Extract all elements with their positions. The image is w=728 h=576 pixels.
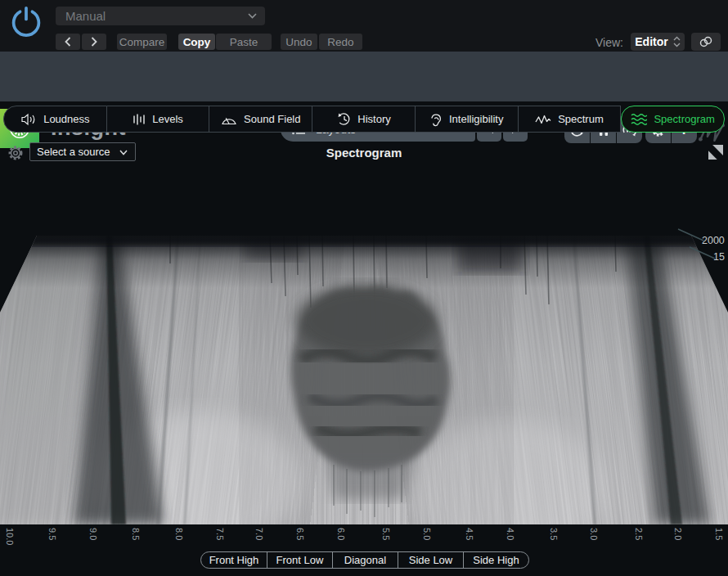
tab-label: History	[357, 113, 390, 125]
tab-loudness[interactable]: Loudness	[3, 106, 107, 133]
sound-field-icon	[221, 114, 237, 125]
insight-window: Manual Compare Copy Paste Undo Redo View…	[0, 0, 728, 576]
tab-label: Spectrogram	[654, 113, 714, 125]
expand-icon[interactable]	[708, 145, 723, 160]
time-tick: 7.0	[254, 528, 264, 552]
chevron-down-icon	[248, 13, 257, 19]
time-tick: 5.0	[422, 528, 432, 552]
tab-label: Intelligibility	[449, 113, 503, 125]
tab-spectrum[interactable]: Spectrum	[519, 106, 622, 133]
tab-spectrogram[interactable]: Spectrogram	[621, 106, 725, 133]
time-tick: 7.5	[215, 528, 225, 552]
ear-icon	[429, 112, 443, 127]
updown-chevrons-icon	[673, 36, 681, 47]
tab-levels[interactable]: Levels	[107, 106, 210, 133]
time-tick: 9.5	[47, 528, 57, 552]
time-tick: 4.0	[506, 528, 515, 552]
view-angle-buttons: Front High Front Low Diagonal Side Low S…	[200, 551, 529, 569]
tab-intelligibility[interactable]: Intelligibility	[416, 106, 519, 133]
freq-label-2000: 2000	[702, 235, 725, 246]
view-value: Editor	[635, 35, 667, 48]
tab-label: Spectrum	[558, 113, 604, 125]
time-tick: 3.5	[549, 528, 559, 552]
tab-sound-field[interactable]: Sound Field	[209, 106, 312, 133]
redo-button[interactable]: Redo	[319, 34, 362, 50]
speaker-icon	[20, 113, 37, 126]
link-icon	[698, 35, 714, 48]
view-label: View:	[595, 36, 623, 49]
time-tick: 8.5	[131, 528, 141, 552]
tab-history[interactable]: History	[312, 106, 416, 133]
time-tick: 3.0	[589, 528, 599, 552]
chevron-down-icon	[119, 150, 128, 155]
panel-settings-icon[interactable]	[7, 144, 25, 162]
next-preset-button[interactable]	[82, 34, 106, 50]
prev-preset-button[interactable]	[56, 34, 80, 50]
history-clock-icon	[336, 112, 351, 126]
view-front-low-button[interactable]: Front Low	[267, 552, 332, 568]
freq-label-1500: 15	[713, 251, 725, 263]
undo-button[interactable]: Undo	[281, 34, 317, 50]
spectrum-wave-icon	[535, 114, 551, 125]
host-toolbar: Manual Compare Copy Paste Undo Redo View…	[0, 0, 728, 52]
plugin-header: Insight Layouts	[0, 52, 728, 101]
spectrogram-canvas[interactable]	[0, 236, 728, 524]
tab-label: Levels	[152, 113, 183, 125]
time-tick: 8.0	[174, 528, 184, 552]
tab-label: Sound Field	[244, 113, 300, 125]
link-button[interactable]	[691, 33, 721, 51]
power-icon[interactable]	[8, 6, 44, 42]
paste-button[interactable]: Paste	[216, 34, 272, 50]
view-diagonal-button[interactable]: Diagonal	[332, 552, 398, 568]
time-tick: 9.0	[88, 528, 98, 552]
time-tick: 2.0	[673, 528, 683, 552]
level-bars-icon	[133, 113, 146, 126]
time-tick: 10.0	[5, 528, 15, 552]
tab-label: Loudness	[43, 113, 89, 125]
source-select-value: Select a source	[37, 146, 110, 158]
view-front-high-button[interactable]: Front High	[201, 552, 267, 568]
preset-value: Manual	[65, 9, 106, 23]
time-tick: 2.5	[634, 528, 644, 552]
time-tick: 6.0	[336, 528, 346, 552]
chevron-right-icon	[91, 37, 97, 47]
preset-select[interactable]: Manual	[56, 7, 265, 25]
spectrogram-waves-icon	[631, 113, 647, 126]
view-select[interactable]: Editor	[631, 33, 685, 51]
time-tick: 5.5	[381, 528, 391, 552]
chevron-left-icon	[65, 37, 71, 47]
source-select[interactable]: Select a source	[29, 142, 136, 161]
copy-button[interactable]: Copy	[178, 34, 215, 50]
compare-button[interactable]: Compare	[117, 34, 167, 50]
view-side-high-button[interactable]: Side High	[463, 552, 528, 568]
time-tick: 6.5	[295, 528, 305, 552]
meter-tabbar: Loudness Levels Sound Field History	[3, 106, 725, 133]
time-tick: 1.5	[714, 528, 724, 552]
view-side-low-button[interactable]: Side Low	[398, 552, 463, 568]
time-tick: 4.5	[465, 528, 474, 552]
